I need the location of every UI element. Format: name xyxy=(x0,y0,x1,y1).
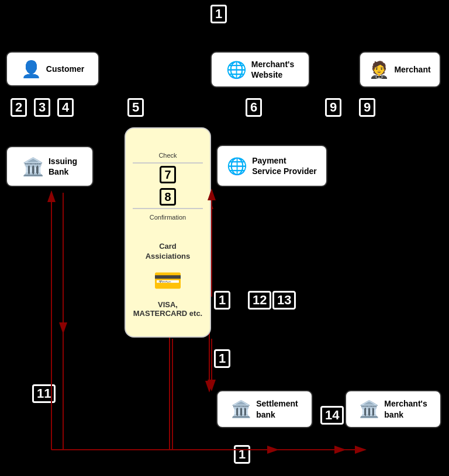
settlement-bank-label1: Settlement xyxy=(256,398,298,409)
check-text: Check xyxy=(158,152,177,159)
merchants-bank-icon: 🏛️ xyxy=(359,399,379,419)
diagram-container: 1 👤 Customer 2 3 4 5 🌐 Merchant's Websit… xyxy=(0,0,449,476)
card-assoc-label1: CardAssiciations xyxy=(146,242,191,262)
step-4: 4 xyxy=(57,98,74,117)
merchants-bank-label2: bank xyxy=(384,409,427,420)
step-1c: 1 xyxy=(234,445,250,464)
website-label1: Merchant's xyxy=(251,59,294,70)
website-label2: Website xyxy=(251,70,294,80)
issuing-bank-label1: Issuing xyxy=(49,156,77,166)
step-3: 3 xyxy=(34,98,50,117)
step-5: 5 xyxy=(127,98,144,117)
website-icon: 🌐 xyxy=(226,60,247,79)
issuing-bank-node: 🏛️ Issuing Bank xyxy=(6,146,94,187)
merchants-bank-node: 🏛️ Merchant's bank xyxy=(345,390,441,428)
step-9a: 9 xyxy=(325,98,341,117)
confirm-text: Confirmation xyxy=(150,214,186,221)
merchant-icon: 🤵 xyxy=(369,60,389,79)
customer-node: 👤 Customer xyxy=(6,51,99,86)
step-13: 13 xyxy=(272,291,296,310)
card-associations-node: Check 7 8 Confirmation CardAssiciations … xyxy=(125,127,211,338)
merchants-bank-label1: Merchant's xyxy=(384,398,427,409)
step-1a: 1 xyxy=(214,291,230,310)
merchant-node: 🤵 Merchant xyxy=(359,51,441,88)
step-1b: 1 xyxy=(214,349,230,368)
merchant-label: Merchant xyxy=(394,64,430,75)
step-12: 12 xyxy=(248,291,271,310)
settlement-bank-node: 🏛️ Settlement bank xyxy=(216,390,313,428)
step-2: 2 xyxy=(11,98,27,117)
psp-icon: 🌐 xyxy=(227,157,247,176)
settlement-bank-label2: bank xyxy=(256,409,298,420)
step-9b: 9 xyxy=(359,98,375,117)
step-10: 1 xyxy=(210,5,227,23)
step-8: 8 xyxy=(160,188,175,206)
psp-label2: Service Provider xyxy=(252,166,317,176)
step-6: 6 xyxy=(246,98,262,117)
step-14: 14 xyxy=(320,406,344,425)
customer-label: Customer xyxy=(46,64,84,74)
psp-node: 🌐 Payment Service Provider xyxy=(216,145,327,187)
issuing-bank-label2: Bank xyxy=(49,166,77,177)
customer-icon: 👤 xyxy=(21,60,42,79)
card-icon: 💳 xyxy=(153,267,182,294)
step-7: 7 xyxy=(160,166,175,183)
card-assoc-visa: VISA,MASTERCARD etc. xyxy=(133,300,202,318)
merchants-website-node: 🌐 Merchant's Website xyxy=(210,51,310,88)
issuing-bank-icon: 🏛️ xyxy=(22,157,44,177)
psp-label1: Payment xyxy=(252,155,317,166)
settlement-bank-icon: 🏛️ xyxy=(231,399,251,419)
step-11: 11 xyxy=(32,384,56,403)
